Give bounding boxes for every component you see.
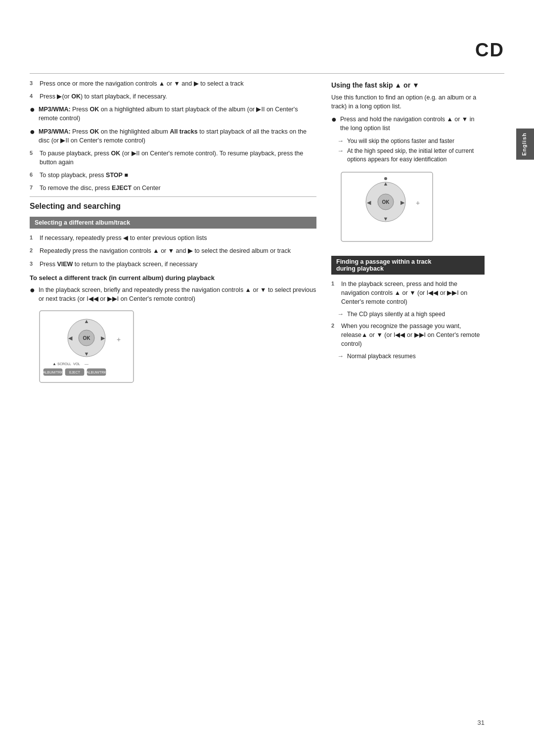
page-number: 31 [478, 719, 485, 726]
svg-text:OK: OK [382, 199, 390, 205]
svg-text:—: — [85, 362, 89, 366]
right-column: Using the fast skip ▲ or ▼ Use this func… [331, 79, 485, 393]
item-text: Press VIEW to return to the playback scr… [40, 260, 316, 269]
svg-text:VOL: VOL [73, 362, 80, 366]
svg-text:▶: ▶ [101, 335, 105, 341]
item-text: Press and hold the navigation controls ▲… [340, 115, 485, 133]
svg-text:SCROLL: SCROLL [57, 362, 71, 366]
list-item: 2 When you recognize the passage you wan… [331, 322, 485, 348]
left-column: 3 Press once or more the navigation cont… [30, 79, 316, 393]
arrow-text: Normal playback resumes [347, 352, 416, 361]
svg-text:▲: ▲ [52, 362, 56, 366]
list-item: ● MP3/WMA: Press OK on a highlighted alb… [30, 105, 316, 123]
list-item: 6 To stop playback, press STOP ■ [30, 171, 316, 180]
fast-skip-desc: Use this function to find an option (e.g… [331, 93, 485, 111]
arrow-symbol: → [337, 310, 345, 318]
svg-text:◀: ◀ [68, 335, 73, 341]
item-text: MP3/WMA: Press OK on a highlighted album… [39, 105, 316, 123]
svg-text:▶: ▶ [400, 199, 405, 205]
item-number: 5 [30, 149, 38, 157]
list-item: 7 To remove the disc, press EJECT on Cen… [30, 184, 316, 192]
svg-text:EJECT: EJECT [69, 371, 81, 374]
item-text: Press ▶(or OK) to start playback, if nec… [40, 92, 316, 101]
item-number: 3 [30, 80, 38, 88]
item-text: If necessary, repeatedly press ◀ to ente… [40, 234, 316, 242]
list-item: ● Press and hold the navigation controls… [331, 115, 485, 133]
svg-text:+: + [117, 335, 121, 343]
arrow-text: The CD plays silently at a high speed [347, 310, 445, 319]
item-number: 2 [331, 322, 339, 330]
list-item: ● In the playback screen, briefly and re… [30, 285, 316, 303]
item-number: 1 [331, 280, 339, 288]
item-text: To remove the disc, press EJECT on Cente… [40, 184, 316, 192]
item-text: In the playback screen, briefly and repe… [39, 285, 316, 303]
svg-text:ALBUM/TRK: ALBUM/TRK [43, 371, 63, 374]
arrow-item: → You will skip the options faster and f… [337, 137, 485, 145]
list-item: 3 Press once or more the navigation cont… [30, 79, 316, 88]
item-text: In the playback screen, press and hold t… [341, 280, 485, 306]
list-item: 1 If necessary, repeatedly press ◀ to en… [30, 234, 316, 242]
bullet-dot: ● [30, 105, 37, 115]
remote-diagram-left: OK ▲ ▼ ◀ ▶ ▲ SCROLL VOL — ALBUM/TRK EJEC… [35, 308, 316, 389]
item-number: 6 [30, 171, 38, 179]
svg-text:◀: ◀ [367, 199, 371, 205]
remote-diagram-right: OK ▲ ▼ ◀ ▶ + [336, 170, 485, 248]
arrow-item: → Normal playback resumes [337, 352, 485, 361]
svg-text:▼: ▼ [84, 351, 89, 357]
item-number: 3 [30, 260, 38, 268]
arrow-text: At the high speed skip, the initial lett… [347, 147, 485, 164]
list-item: 1 In the playback screen, press and hold… [331, 280, 485, 306]
top-divider [30, 73, 504, 74]
item-number: 4 [30, 93, 38, 100]
list-item: 3 Press VIEW to return to the playback s… [30, 260, 316, 269]
item-number: 1 [30, 234, 38, 242]
item-text: Repeatedly press the navigation controls… [40, 246, 316, 255]
item-number: 2 [30, 247, 38, 255]
item-text: To pause playback, press OK (or ▶II on C… [40, 149, 316, 167]
svg-text:▲: ▲ [84, 318, 89, 324]
item-text: To stop playback, press STOP ■ [40, 171, 316, 180]
svg-point-28 [384, 177, 387, 180]
svg-text:▲: ▲ [383, 181, 389, 187]
fast-skip-heading: Using the fast skip ▲ or ▼ [331, 81, 485, 89]
arrow-symbol: → [337, 137, 345, 144]
svg-text:OK: OK [83, 335, 91, 341]
different-track-heading: To select a different track (in current … [30, 274, 316, 283]
list-item: 2 Repeatedly press the navigation contro… [30, 246, 316, 255]
item-text: Press once or more the navigation contro… [40, 79, 316, 88]
svg-text:+: + [416, 199, 420, 207]
list-item: ● MP3/WMA: Press OK on the highlighted a… [30, 127, 316, 145]
arrow-symbol: → [337, 147, 345, 154]
svg-text:▼: ▼ [383, 216, 389, 222]
cd-label: CD [475, 40, 504, 61]
subsection-album-track: Selecting a different album/track [30, 217, 316, 229]
svg-text:ALBUM/TRK: ALBUM/TRK [87, 371, 106, 374]
section-heading-selecting: Selecting and searching [30, 196, 316, 211]
english-sidebar-label: English [516, 129, 534, 160]
finding-passage-heading: Finding a passage within a trackduring p… [331, 256, 485, 275]
list-item: 4 Press ▶(or OK) to start playback, if n… [30, 92, 316, 101]
item-number: 7 [30, 184, 38, 192]
bullet-dot: ● [331, 115, 338, 125]
arrow-item: → The CD plays silently at a high speed [337, 310, 485, 319]
bullet-dot: ● [30, 127, 37, 137]
bullet-dot: ● [30, 285, 37, 295]
arrow-item: → At the high speed skip, the initial le… [337, 147, 485, 164]
list-item: 5 To pause playback, press OK (or ▶II on… [30, 149, 316, 167]
item-text: When you recognize the passage you want,… [341, 322, 485, 348]
arrow-text: You will skip the options faster and fas… [347, 137, 454, 145]
arrow-symbol: → [337, 352, 345, 360]
item-text: MP3/WMA: Press OK on the highlighted alb… [39, 127, 316, 145]
main-content: 3 Press once or more the navigation cont… [30, 79, 485, 393]
